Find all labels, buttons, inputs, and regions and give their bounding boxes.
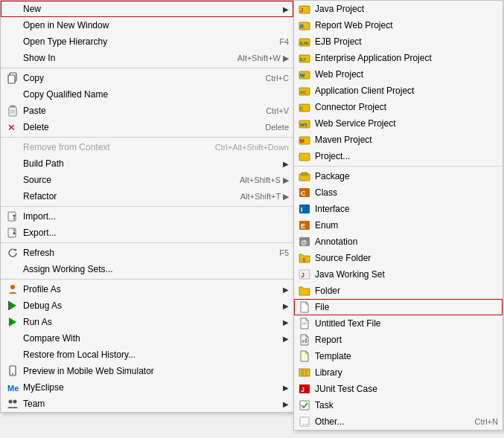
team-icon (7, 398, 19, 410)
svg-text:EJB: EJB (300, 41, 309, 45)
ejb-project-icon: EJB (299, 36, 310, 48)
menu-item-run-as[interactable]: Run As ▶ (1, 314, 293, 330)
web-project-icon: W (299, 68, 310, 80)
menu-label-web-service-project: Web Service Project (315, 118, 498, 129)
menu-item-copy[interactable]: Copy Ctrl+C (1, 70, 293, 86)
menu-item-enum[interactable]: E Enum (294, 217, 503, 234)
shortcut-remove-context: Ctrl+Alt+Shift+Down (215, 143, 289, 152)
menu-item-source[interactable]: Source Alt+Shift+S ▶ (1, 172, 293, 188)
menu-item-other[interactable]: … Other... Ctrl+N (294, 413, 503, 430)
menu-item-remove-context[interactable]: Remove from Context Ctrl+Alt+Shift+Down (1, 139, 293, 155)
menu-label-team: Team (23, 399, 275, 409)
menu-item-file[interactable]: File (294, 299, 503, 315)
menu-item-assign-working-sets[interactable]: Assign Working Sets... (1, 261, 293, 277)
shortcut-delete: Delete (265, 123, 289, 132)
menu-item-refactor[interactable]: Refactor Alt+Shift+T ▶ (1, 188, 293, 204)
menu-item-open-type-hierarchy[interactable]: Open Type Hierarchy F4 (1, 33, 293, 50)
arrow-icon-debug-as: ▶ (283, 302, 289, 310)
menu-item-project-dots[interactable]: Project... (294, 148, 503, 164)
menu-item-copy-qualified[interactable]: Copy Qualified Name (1, 86, 293, 103)
svg-text:S: S (302, 257, 306, 263)
menu-item-team[interactable]: Team ▶ (1, 396, 293, 412)
menu-label-paste: Paste (23, 106, 251, 116)
menu-item-import[interactable]: Import... (1, 208, 293, 225)
menu-item-preview-mobile[interactable]: Preview in Mobile Web Simulator (1, 363, 293, 379)
arrow-icon-myeclipse: ▶ (283, 384, 289, 392)
menu-item-enterprise-app[interactable]: EA Enterprise Application Project (294, 50, 503, 66)
svg-rect-42 (299, 153, 310, 161)
menu-item-class[interactable]: C Class (294, 184, 503, 201)
menu-item-refresh[interactable]: Refresh F5 (1, 245, 293, 261)
svg-point-20 (12, 373, 13, 375)
menu-item-web-service-project[interactable]: WS Web Service Project (294, 115, 503, 132)
svg-text:J: J (301, 271, 304, 279)
menu-item-delete[interactable]: ✕ Delete Delete (1, 119, 293, 135)
menu-label-run-as: Run As (23, 317, 275, 327)
menu-label-ejb-project: EJB Project (315, 36, 498, 47)
menu-item-interface[interactable]: I Interface (294, 201, 503, 217)
open-new-window-icon (7, 19, 19, 31)
svg-point-22 (9, 400, 13, 404)
svg-text:M: M (300, 138, 304, 144)
svg-rect-61 (303, 369, 306, 376)
menu-item-compare-with[interactable]: Compare With ▶ (1, 330, 293, 347)
svg-marker-14 (15, 248, 17, 251)
report-web-project-icon: R (299, 19, 310, 31)
menu-item-show-in[interactable]: Show In Alt+Shift+W ▶ (1, 50, 293, 66)
menu-item-build-path[interactable]: Build Path ▶ (1, 155, 293, 172)
paste-icon (7, 105, 19, 117)
menu-label-copy: Copy (23, 73, 251, 83)
menu-label-connector-project: Connector Project (315, 102, 498, 112)
svg-text:J: J (300, 7, 303, 13)
menu-item-task[interactable]: Task (294, 397, 503, 413)
menu-item-library[interactable]: Library (294, 364, 503, 381)
menu-item-folder[interactable]: Folder (294, 283, 503, 299)
menu-item-package[interactable]: Package (294, 168, 503, 184)
menu-item-debug-as[interactable]: Debug As ▶ (1, 297, 293, 314)
right-submenu: J Java Project R Report Web Project EJB (293, 0, 503, 431)
shortcut-other: Ctrl+N (475, 417, 498, 426)
menu-item-web-project[interactable]: W Web Project (294, 66, 503, 83)
svg-rect-62 (307, 369, 310, 376)
svg-text:C: C (301, 190, 306, 197)
svg-rect-59 (305, 338, 307, 343)
menu-item-export[interactable]: Export... (1, 225, 293, 241)
left-menu: New ▶ Open in New Window Open Type Hiera… (0, 0, 294, 413)
shortcut-open-type-hierarchy: F4 (279, 37, 289, 46)
menu-label-untitled-text: Untitled Text File (315, 318, 498, 329)
menu-item-restore-local[interactable]: Restore from Local History... (1, 347, 293, 363)
menu-label-package: Package (315, 171, 498, 181)
menu-item-java-project[interactable]: J Java Project (294, 1, 503, 17)
menu-item-connector-project[interactable]: C Connector Project (294, 99, 503, 115)
arrow-icon-profile-as: ▶ (283, 286, 289, 294)
package-icon (299, 170, 310, 182)
menu-item-maven-project[interactable]: M Maven Project (294, 132, 503, 148)
menu-item-new[interactable]: New ▶ (1, 1, 293, 17)
menu-item-report[interactable]: Report (294, 332, 503, 348)
svg-text:Me: Me (7, 384, 19, 393)
menu-item-java-working-set[interactable]: J Java Working Set (294, 266, 503, 283)
menu-item-template[interactable]: Template (294, 348, 503, 364)
menu-item-untitled-text[interactable]: Untitled Text File (294, 315, 503, 332)
svg-text:J: J (301, 386, 304, 393)
menu-item-myeclipse[interactable]: Me MyEclipse ▶ (1, 379, 293, 396)
debug-as-icon (7, 300, 19, 312)
menu-item-ejb-project[interactable]: EJB EJB Project (294, 33, 503, 50)
menu-item-annotation[interactable]: @ Annotation (294, 234, 503, 250)
profile-as-icon (7, 283, 19, 295)
menu-item-paste[interactable]: Paste Ctrl+V (1, 103, 293, 119)
menu-label-new: New (23, 4, 275, 14)
junit-test-icon: J (299, 383, 310, 395)
separator-1 (1, 68, 293, 68)
menu-item-profile-as[interactable]: Profile As ▶ (1, 281, 293, 297)
shortcut-show-in: Alt+Shift+W ▶ (237, 54, 289, 63)
menu-item-open-new-window[interactable]: Open in New Window (1, 17, 293, 33)
menu-item-report-web-project[interactable]: R Report Web Project (294, 17, 503, 33)
menu-label-app-client: Application Client Project (315, 86, 498, 96)
menu-item-source-folder[interactable]: S Source Folder (294, 250, 503, 266)
menu-item-app-client[interactable]: AC Application Client Project (294, 83, 503, 99)
svg-rect-58 (302, 340, 304, 343)
assign-working-sets-icon (7, 263, 19, 275)
svg-point-15 (10, 285, 15, 289)
menu-item-junit-test[interactable]: J JUnit Test Case (294, 381, 503, 397)
